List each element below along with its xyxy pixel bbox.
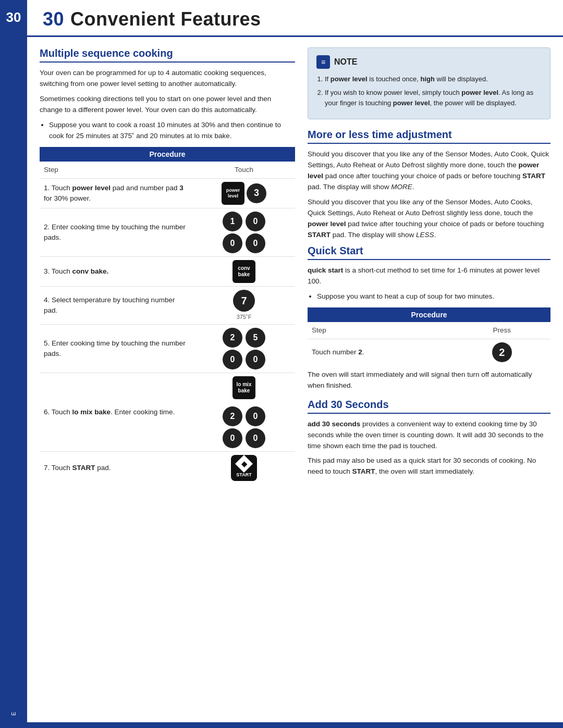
step5-text: 5. Enter cooking time by touching the nu… — [40, 325, 193, 373]
num0-btn6: 0 — [246, 406, 265, 426]
num7-btn: 7 — [233, 290, 255, 312]
right-column: ≡ NOTE If power level is touched once, h… — [308, 47, 550, 488]
table-row: 6. Touch lo mix bake. Enter cooking time… — [40, 373, 295, 452]
table-subheader-row: Step Touch — [40, 162, 295, 179]
section1-bullets: Suppose you want to cook a roast 10 minu… — [49, 120, 295, 142]
step2-touch: 1 0 0 0 — [193, 208, 295, 256]
step5-touch: 2 5 0 0 — [193, 325, 295, 373]
num2-btn: 2 — [223, 328, 242, 348]
page-number: 30 — [0, 0, 27, 29]
qs-col-press: Press — [454, 322, 550, 339]
start-label: START — [236, 472, 251, 479]
num0-btn5: 0 — [246, 350, 265, 369]
left-sidebar: 30 E — [0, 0, 27, 728]
num5-btn: 5 — [246, 328, 265, 348]
conv-bake-pad: convbake — [232, 260, 255, 283]
table-row: Touch number 2. 2 — [308, 339, 550, 365]
section3-after: The oven will start immediately and will… — [308, 369, 550, 391]
num2-btn2: 2 — [223, 406, 242, 426]
section1-para2: Sometimes cooking directions tell you to… — [40, 94, 295, 116]
num0-btn7: 0 — [223, 428, 242, 448]
section3-intro: quick start is a short-cut method to set… — [308, 265, 550, 287]
note-item1: If power level is touched once, high wil… — [325, 74, 542, 84]
col-touch-label: Touch — [193, 162, 295, 179]
num0-btn8: 0 — [246, 428, 265, 448]
section2-heading: More or less time adjustment — [308, 129, 550, 144]
step3-text: 3. Touch conv bake. — [40, 256, 193, 286]
note-item2: If you wish to know power level, simply … — [325, 88, 542, 108]
step3-touch: convbake — [193, 256, 295, 286]
lo-mix-bake-pad: lo mixbake — [232, 376, 255, 399]
qs-col-step: Step — [308, 322, 454, 339]
section3-bullets: Suppose you want to heat a cup of soup f… — [317, 291, 550, 302]
main-content: Multiple sequence cooking Your oven can … — [27, 37, 563, 499]
step2-text: 2. Enter cooking time by touching the nu… — [40, 208, 193, 256]
step6-touch: lo mixbake 2 0 0 0 — [193, 373, 295, 452]
step4-touch: 7 375˚F — [193, 286, 295, 325]
table-row: 5. Enter cooking time by touching the nu… — [40, 325, 295, 373]
col-step-label: Step — [40, 162, 193, 179]
table-row: 2. Enter cooking time by touching the nu… — [40, 208, 295, 256]
section3-heading: Quick Start — [308, 245, 550, 260]
note-label: NOTE — [334, 57, 357, 67]
section2-para2: Should you discover that you like any of… — [308, 197, 550, 241]
start-pad: ◆ START — [231, 455, 257, 481]
note-list: If power level is touched once, high wil… — [325, 74, 542, 108]
qs-num2-btn: 2 — [492, 342, 512, 362]
left-column: Multiple sequence cooking Your oven can … — [40, 47, 295, 488]
num0-btn3: 0 — [246, 233, 265, 253]
quick-start-procedure-table: Procedure Step Press Touch number 2. 2 — [308, 307, 550, 365]
power-level-pad: powerlevel — [222, 182, 244, 205]
num0-btn4: 0 — [223, 350, 242, 369]
num0-btn: 0 — [246, 212, 265, 231]
temp-label: 375˚F — [237, 313, 252, 322]
section4-para2: This pad may also be used as a quick sta… — [308, 455, 550, 477]
section1-para1: Your oven can be programmed for up to 4 … — [40, 68, 295, 90]
num3-circle: 3 — [247, 183, 266, 203]
table-row: 4. Select temperature by touching number… — [40, 286, 295, 325]
section2-para1: Should you discover that you like any of… — [308, 149, 550, 193]
procedure-table: Procedure Step Touch 1. Touch power leve… — [40, 147, 295, 485]
step1-text: 1. Touch power level pad and number pad … — [40, 178, 193, 208]
header-title: Convenient Features — [70, 8, 261, 30]
page-title: 30Convenient Features — [43, 8, 547, 30]
step1-touch: powerlevel 3 — [193, 178, 295, 208]
section4-para1: add 30 seconds provides a convenient way… — [308, 419, 550, 452]
qs-procedure-header: Procedure — [308, 307, 550, 322]
header-page-number: 30 — [43, 8, 64, 30]
note-icon: ≡ — [316, 55, 330, 69]
table-row: 1. Touch power level pad and number pad … — [40, 178, 295, 208]
note-title: ≡ NOTE — [316, 55, 542, 69]
step4-text: 4. Select temperature by touching number… — [40, 286, 193, 325]
qs-step1-touch: 2 — [454, 339, 550, 365]
qs-step1-text: Touch number 2. — [308, 339, 454, 365]
table-row: 3. Touch conv bake. convbake — [40, 256, 295, 286]
step7-touch: ◆ START — [193, 452, 295, 485]
bottom-bar — [0, 724, 563, 728]
num1-btn: 1 — [223, 212, 242, 231]
num0-btn2: 0 — [223, 233, 242, 253]
section4-heading: Add 30 Seconds — [308, 399, 550, 414]
page-header: 30Convenient Features — [27, 0, 563, 37]
step6-text: 6. Touch lo mix bake. Enter cooking time… — [40, 373, 193, 452]
step7-text: 7. Touch START pad. — [40, 452, 193, 485]
sidebar-label: E — [10, 711, 17, 715]
table-row: 7. Touch START pad. ◆ START — [40, 452, 295, 485]
section1-heading: Multiple sequence cooking — [40, 47, 295, 63]
note-box: ≡ NOTE If power level is touched once, h… — [308, 47, 550, 119]
section3-bullet1: Suppose you want to heat a cup of soup f… — [317, 291, 550, 302]
qs-subheader-row: Step Press — [308, 322, 550, 339]
procedure-header: Procedure — [40, 147, 295, 162]
section1-bullet1: Suppose you want to cook a roast 10 minu… — [49, 120, 295, 142]
